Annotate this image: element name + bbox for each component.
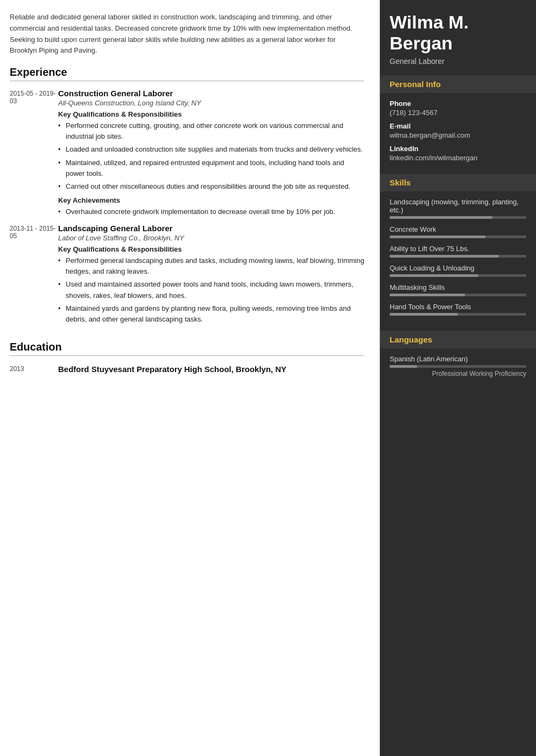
languages-header: Languages: [380, 331, 536, 348]
personal-info-block: Phone (718) 123-4567 E-mail wilma.bergan…: [380, 99, 536, 174]
phone-value: (718) 123-4567: [390, 109, 526, 117]
sidebar-job-title: General Laborer: [390, 57, 526, 66]
experience-section: Experience 2015-05 - 2019-03 Constructio…: [10, 66, 364, 329]
job-1-title: Construction General Laborer: [58, 89, 364, 98]
job-1-bullet-4: Carried out other miscellaneous duties a…: [58, 181, 364, 192]
job-1-achievements: Overhauled concrete gridwork implementat…: [58, 206, 364, 217]
edu-year-1: 2013: [10, 363, 58, 373]
job-2-title: Landscaping General Laborer: [58, 224, 364, 233]
job-1-achieve-header: Key Achievements: [58, 196, 364, 204]
resume-container: Reliable and dedicated general laborer s…: [0, 0, 536, 756]
skill-item-5: Hand Tools & Power Tools: [390, 303, 526, 316]
skill-bar-fill-1: [390, 236, 485, 238]
job-2-qual-header: Key Qualifications & Responsibilities: [58, 245, 364, 253]
email-value: wilma.bergan@gmail.com: [390, 131, 526, 139]
skills-block: Landscaping (mowing, trimming, planting,…: [380, 198, 536, 331]
skill-item-1: Concrete Work: [390, 225, 526, 238]
skill-bar-fill-2: [390, 255, 499, 258]
skills-header: Skills: [380, 174, 536, 191]
sidebar: Wilma M. Bergan General Laborer Personal…: [380, 0, 536, 756]
edu-row-1: 2013 Bedford Stuyvesant Preparatory High…: [10, 363, 364, 375]
languages-block: Spanish (Latin American) Professional Wo…: [380, 355, 536, 393]
lang-bar-bg-0: [390, 365, 526, 368]
job-1-achievement-1: Overhauled concrete gridwork implementat…: [58, 206, 364, 217]
skill-bar-bg-0: [390, 216, 526, 219]
skill-bar-bg-1: [390, 236, 526, 238]
education-section: Education 2013 Bedford Stuyvesant Prepar…: [10, 341, 364, 375]
job-2-bullet-1: Performed general landscaping duties and…: [58, 255, 364, 277]
job-2-dates: 2013-11 - 2015-05: [10, 224, 58, 240]
sidebar-name: Wilma M. Bergan: [390, 12, 526, 54]
skill-bar-fill-4: [390, 294, 465, 296]
main-column: Reliable and dedicated general laborer s…: [0, 0, 380, 756]
skill-item-0: Landscaping (mowing, trimming, planting,…: [390, 198, 526, 219]
skill-bar-bg-2: [390, 255, 526, 258]
lang-bar-fill-0: [390, 365, 417, 368]
education-title: Education: [10, 341, 364, 356]
skill-item-4: Multitasking Skills: [390, 283, 526, 296]
sidebar-name-block: Wilma M. Bergan General Laborer: [380, 0, 536, 75]
personal-info-header: Personal Info: [380, 75, 536, 93]
lang-name-0: Spanish (Latin American): [390, 355, 526, 363]
job-1: 2015-05 - 2019-03 Construction General L…: [10, 89, 364, 222]
lang-item-0: Spanish (Latin American) Professional Wo…: [390, 355, 526, 377]
skill-name-2: Ability to Lift Over 75 Lbs.: [390, 245, 526, 253]
phone-label: Phone: [390, 99, 526, 108]
skill-name-1: Concrete Work: [390, 225, 526, 233]
lang-level-0: Professional Working Proficiency: [390, 370, 526, 377]
job-2-company: Labor of Love Staffing Co., Brooklyn, NY: [58, 234, 364, 242]
skill-bar-fill-3: [390, 274, 478, 277]
skill-name-0: Landscaping (mowing, trimming, planting,…: [390, 198, 526, 214]
skill-bar-bg-5: [390, 313, 526, 316]
job-1-bullet-3: Maintained, utilized, and repaired entru…: [58, 158, 364, 179]
skill-bar-fill-5: [390, 313, 458, 316]
job-2: 2013-11 - 2015-05 Landscaping General La…: [10, 224, 364, 329]
skill-item-2: Ability to Lift Over 75 Lbs.: [390, 245, 526, 258]
job-2-bullet-3: Maintained yards and gardens by planting…: [58, 303, 364, 325]
job-1-dates: 2015-05 - 2019-03: [10, 89, 58, 105]
job-1-qual-header: Key Qualifications & Responsibilities: [58, 110, 364, 118]
job-2-content: Landscaping General Laborer Labor of Lov…: [58, 224, 364, 329]
job-1-bullet-1: Performed concrete cutting, grouting, an…: [58, 120, 364, 142]
skill-bar-bg-3: [390, 274, 526, 277]
job-1-company: All-Queens Construction, Long Island Cit…: [58, 99, 364, 107]
summary-text: Reliable and dedicated general laborer s…: [10, 12, 364, 56]
job-1-bullet-2: Loaded and unloaded construction site su…: [58, 144, 364, 155]
linkedin-value: linkedin.com/in/wilmabergan: [390, 154, 526, 162]
linkedin-label: LinkedIn: [390, 145, 526, 153]
skill-name-5: Hand Tools & Power Tools: [390, 303, 526, 311]
edu-content-1: Bedford Stuyvesant Preparatory High Scho…: [58, 363, 364, 375]
skill-name-4: Multitasking Skills: [390, 283, 526, 291]
job-2-bullets: Performed general landscaping duties and…: [58, 255, 364, 325]
edu-school-1: Bedford Stuyvesant Preparatory High Scho…: [58, 363, 364, 375]
skill-bar-bg-4: [390, 294, 526, 296]
job-1-bullets: Performed concrete cutting, grouting, an…: [58, 120, 364, 192]
skill-name-3: Quick Loading & Unloading: [390, 264, 526, 272]
experience-title: Experience: [10, 66, 364, 81]
skill-item-3: Quick Loading & Unloading: [390, 264, 526, 277]
job-2-bullet-2: Used and maintained assorted power tools…: [58, 279, 364, 301]
skill-bar-fill-0: [390, 216, 492, 219]
email-label: E-mail: [390, 122, 526, 130]
job-1-content: Construction General Laborer All-Queens …: [58, 89, 364, 222]
